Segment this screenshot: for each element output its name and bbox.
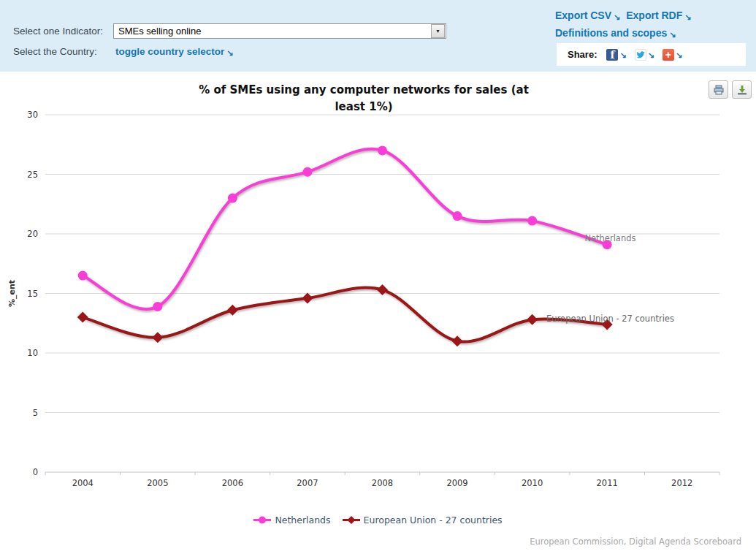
indicator-label: Select one Indicator:: [13, 26, 113, 37]
data-point-netherlands[interactable]: [78, 271, 88, 281]
y-axis-label: 20: [27, 229, 38, 239]
download-button[interactable]: [732, 80, 752, 99]
x-axis-label: 2007: [297, 478, 318, 488]
x-axis-label: 2006: [222, 478, 243, 488]
download-icon: [736, 85, 748, 95]
x-axis-label: 2009: [446, 478, 467, 488]
line-chart: 0510152025302004200520062007200820092010…: [0, 102, 756, 497]
country-row: Select the Country: toggle country selec…: [13, 43, 234, 59]
y-axis-title: %_ent: [7, 280, 17, 307]
data-point-european-union-27-countries[interactable]: [527, 314, 538, 325]
share-box: Share: f↘ ↘ +↘: [557, 43, 746, 66]
series-label-netherlands: Netherlands: [584, 233, 635, 243]
definitions-link[interactable]: Definitions and scopes↘: [555, 27, 676, 39]
data-point-european-union-27-countries[interactable]: [227, 305, 238, 316]
x-axis-label: 2010: [522, 478, 543, 488]
legend-item-netherlands[interactable]: Netherlands: [253, 515, 330, 525]
x-axis-label: 2004: [72, 478, 93, 488]
export-rdf-label: Export RDF: [626, 10, 682, 21]
data-point-netherlands[interactable]: [302, 167, 312, 177]
share-label: Share:: [568, 49, 597, 60]
southeast-arrow-icon: ↘: [684, 12, 691, 21]
x-axis-label: 2008: [372, 478, 393, 488]
legend-item-european-union-27-countries[interactable]: European Union - 27 countries: [343, 515, 503, 525]
twitter-bird: [636, 50, 645, 59]
addthis-share-icon[interactable]: +: [663, 49, 674, 61]
indicator-select[interactable]: SMEs selling online ▼: [113, 23, 446, 39]
toggle-country-selector-link[interactable]: toggle country selector↘: [115, 46, 234, 57]
indicator-row: Select one Indicator: SMEs selling onlin…: [13, 23, 446, 39]
chart-legend: NetherlandsEuropean Union - 27 countries: [0, 515, 756, 525]
data-point-european-union-27-countries[interactable]: [452, 335, 463, 346]
data-point-european-union-27-countries[interactable]: [152, 332, 163, 343]
x-axis-label: 2011: [597, 478, 618, 488]
series-line-netherlands: [83, 149, 607, 309]
x-axis-label: 2005: [147, 478, 168, 488]
data-point-netherlands[interactable]: [153, 302, 162, 311]
series-label-european-union-27-countries: European Union - 27 countries: [546, 314, 674, 324]
data-point-netherlands[interactable]: [527, 216, 537, 226]
indicator-select-value: SMEs selling online: [114, 26, 431, 37]
chart-area: % of SMEs using any computer networks fo…: [0, 72, 756, 554]
header-bar: Select one Indicator: SMEs selling onlin…: [0, 0, 756, 72]
footer-credit: European Commission, Digital Agenda Scor…: [530, 536, 741, 547]
x-axis-label: 2012: [671, 478, 692, 488]
facebook-icon[interactable]: f: [606, 49, 618, 61]
chevron-down-icon[interactable]: ▼: [431, 24, 445, 38]
y-axis-label: 30: [27, 110, 38, 120]
y-axis-label: 0: [33, 467, 38, 477]
legend-label: European Union - 27 countries: [364, 515, 503, 525]
data-point-european-union-27-countries[interactable]: [77, 312, 88, 323]
data-point-european-union-27-countries[interactable]: [302, 293, 313, 304]
print-button[interactable]: [709, 80, 728, 99]
southeast-arrow-icon[interactable]: ↘: [676, 50, 682, 60]
printer-icon: [713, 85, 725, 95]
legend-label: Netherlands: [275, 515, 330, 525]
southeast-arrow-icon: ↘: [669, 30, 676, 39]
twitter-icon[interactable]: [635, 49, 646, 61]
southeast-arrow-icon[interactable]: ↘: [648, 50, 654, 60]
legend-marker-circle-icon: [253, 515, 271, 525]
southeast-arrow-icon: ↘: [614, 12, 620, 21]
y-axis-label: 5: [33, 408, 38, 418]
series-line-european-union-27-countries: [83, 288, 607, 342]
southeast-arrow-icon: ↘: [226, 48, 233, 57]
definitions-label: Definitions and scopes: [555, 27, 667, 39]
country-label: Select the Country:: [13, 46, 113, 57]
y-axis-label: 25: [27, 170, 38, 180]
export-rdf-link[interactable]: Export RDF↘: [626, 10, 691, 21]
y-axis-label: 10: [27, 348, 38, 358]
export-csv-link[interactable]: Export CSV↘: [555, 10, 620, 21]
data-point-netherlands[interactable]: [378, 145, 387, 155]
data-point-netherlands[interactable]: [228, 194, 237, 203]
southeast-arrow-icon[interactable]: ↘: [619, 50, 626, 60]
legend-marker-diamond-icon: [343, 515, 360, 525]
y-axis-label: 15: [27, 289, 38, 299]
export-links: Export CSV↘Export RDF↘ Definitions and s…: [555, 7, 691, 42]
data-point-netherlands[interactable]: [453, 211, 462, 221]
toggle-country-selector-label: toggle country selector: [115, 46, 224, 57]
export-csv-label: Export CSV: [555, 10, 611, 21]
chart-toolbar: [709, 80, 752, 99]
